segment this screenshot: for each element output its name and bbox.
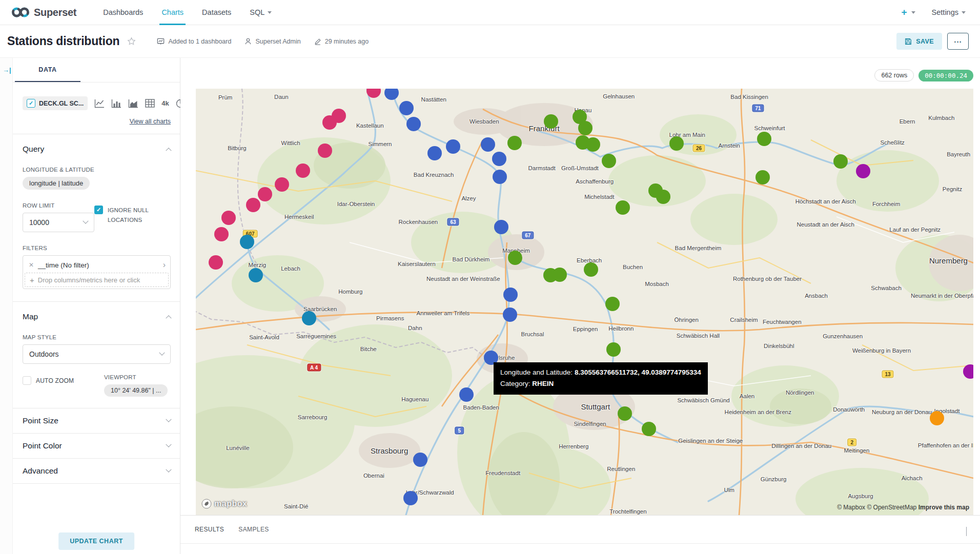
map-point-blue[interactable]	[403, 491, 418, 505]
map-attribution[interactable]: © Mapbox © OpenStreetMap Improve this ma…	[837, 504, 969, 511]
map-point-pink[interactable]	[258, 187, 272, 201]
more-actions-button[interactable]: ...	[947, 33, 969, 50]
map-point-green[interactable]	[584, 262, 598, 277]
map-point-green[interactable]	[586, 137, 600, 152]
map-point-green[interactable]	[578, 121, 593, 135]
bar-chart-icon[interactable]	[111, 99, 121, 108]
map-point-pink[interactable]	[209, 255, 223, 270]
map-point-green[interactable]	[757, 132, 771, 146]
filter-drop-zone[interactable]: + Drop columns/metrics here or click	[25, 273, 169, 287]
favorite-star-icon[interactable]	[127, 36, 136, 46]
lonlat-value-pill[interactable]: longitude | latitude	[23, 177, 90, 190]
map-point-green[interactable]	[756, 170, 770, 184]
map-city-label: Neuburg an der Donau	[872, 409, 932, 415]
map-point-green[interactable]	[553, 268, 567, 282]
tab-data[interactable]: DATA	[15, 58, 80, 82]
save-icon	[905, 38, 912, 45]
collapse-results-icon[interactable]	[966, 527, 967, 536]
map-point-blue[interactable]	[413, 453, 427, 467]
map-point-teal[interactable]	[249, 268, 263, 282]
map-city-label: Schwabach	[871, 285, 901, 291]
map-point-blue[interactable]	[399, 101, 414, 115]
map-city-label: Feuchtwangen	[763, 319, 801, 325]
map-point-pink[interactable]	[275, 177, 289, 192]
query-section-header[interactable]: Query	[23, 145, 171, 154]
map-point-blue[interactable]	[503, 288, 518, 302]
map-point-green[interactable]	[618, 406, 632, 421]
map-point-blue[interactable]	[427, 146, 442, 160]
map-point-pink[interactable]	[246, 198, 260, 212]
caret-down-icon	[962, 11, 966, 14]
view-all-charts-link[interactable]: View all charts	[130, 118, 171, 125]
map-point-pink[interactable]	[296, 163, 310, 178]
nav-dashboards[interactable]: Dashboards	[94, 0, 152, 25]
superset-logo[interactable]: Superset	[11, 6, 76, 18]
save-button[interactable]: SAVE	[896, 33, 942, 50]
line-chart-icon[interactable]	[94, 99, 105, 108]
map-point-pink[interactable]	[322, 115, 337, 130]
map-city-label: Baden-Baden	[463, 404, 499, 411]
section-advanced[interactable]: Advanced	[13, 459, 180, 484]
map-point-blue[interactable]	[503, 307, 517, 322]
map-point-pink[interactable]	[366, 89, 381, 98]
map-point-green[interactable]	[656, 190, 670, 204]
map-city-label: Hermeskeil	[284, 214, 314, 220]
filter-item-time[interactable]: ✕ __time (No filter) ›	[25, 257, 169, 273]
chart-owner[interactable]: Superset Admin	[244, 37, 300, 45]
map-point-green[interactable]	[605, 297, 620, 311]
last-modified[interactable]: 29 minutes ago	[314, 38, 369, 45]
map-point-pink[interactable]	[318, 143, 332, 158]
table-icon[interactable]	[145, 99, 155, 108]
tab-results[interactable]: RESULTS	[188, 526, 231, 533]
map-point-blue[interactable]	[493, 170, 507, 184]
remove-filter-icon[interactable]: ✕	[25, 261, 38, 269]
tab-samples[interactable]: SAMPLES	[231, 526, 276, 533]
nav-datasets[interactable]: Datasets	[193, 0, 240, 25]
map-point-blue[interactable]	[406, 117, 421, 131]
map-city-label: Neustadt an der Weinstraße	[426, 276, 500, 282]
map-point-teal[interactable]	[302, 311, 316, 325]
map-section-header[interactable]: Map	[23, 312, 171, 321]
nav-sql[interactable]: SQL	[240, 0, 281, 25]
map-point-blue[interactable]	[384, 89, 399, 100]
map-point-teal[interactable]	[240, 235, 254, 249]
map-point-purple[interactable]	[963, 364, 973, 379]
map-point-green[interactable]	[507, 136, 522, 150]
new-item-menu[interactable]: +	[899, 0, 917, 25]
big-number-icon[interactable]: 4k	[161, 99, 169, 107]
dashboard-count[interactable]: Added to 1 dashboard	[157, 37, 231, 45]
map-point-blue[interactable]	[492, 152, 506, 166]
section-point-size[interactable]: Point Size	[13, 408, 180, 434]
update-chart-button[interactable]: UPDATE CHART	[58, 532, 134, 550]
settings-menu[interactable]: Settings	[931, 0, 967, 25]
deckgl-map[interactable]: PrümDaunNastättenGelnhausenBad Kissingen…	[196, 89, 973, 515]
checkbox-checked-icon: ✓	[94, 206, 103, 214]
section-point-color[interactable]: Point Color	[13, 434, 180, 459]
row-limit-select[interactable]: 10000	[23, 213, 94, 232]
mapbox-logo[interactable]: mapbox	[201, 499, 247, 509]
map-point-purple[interactable]	[856, 164, 870, 178]
map-style-select[interactable]: Outdoors	[23, 344, 171, 364]
map-point-blue[interactable]	[481, 137, 495, 152]
map-point-green[interactable]	[602, 154, 616, 168]
map-point-green[interactable]	[508, 251, 522, 265]
map-point-pink[interactable]	[214, 227, 229, 241]
map-point-green[interactable]	[606, 342, 621, 357]
area-chart-icon[interactable]	[128, 99, 138, 108]
map-point-green[interactable]	[616, 200, 630, 215]
ignore-null-checkbox[interactable]: ✓ IGNORE NULL LOCATIONS	[94, 206, 171, 232]
map-point-green[interactable]	[642, 422, 656, 436]
map-point-pink[interactable]	[221, 211, 236, 225]
viz-type-selected[interactable]: ✓ DECK.GL SC...	[23, 96, 88, 110]
map-point-green[interactable]	[833, 154, 848, 169]
map-city-label: Sindelfingen	[574, 421, 606, 427]
auto-zoom-checkbox[interactable]: AUTO ZOOM	[23, 376, 104, 386]
map-point-blue[interactable]	[446, 139, 460, 154]
map-point-green[interactable]	[669, 136, 684, 151]
expand-panel-icon[interactable]: →|	[3, 66, 11, 74]
nav-charts[interactable]: Charts	[152, 0, 193, 25]
viewport-value-pill[interactable]: 10° 24' 49.86" | ...	[104, 384, 168, 397]
map-point-blue[interactable]	[459, 387, 474, 402]
map-point-blue[interactable]	[494, 220, 508, 234]
map-point-orange[interactable]	[930, 411, 944, 425]
